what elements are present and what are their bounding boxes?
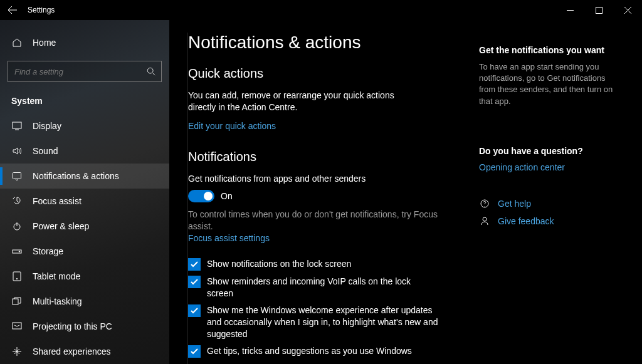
sidebar-item-label: Projecting to this PC	[33, 321, 112, 331]
feedback-icon	[479, 216, 490, 226]
tip-heading: Get the notifications you want	[479, 45, 623, 55]
sidebar-item-label: Multi-tasking	[33, 296, 82, 306]
display-icon	[11, 121, 23, 131]
svg-point-8	[16, 278, 17, 279]
svg-rect-3	[13, 173, 21, 179]
notifications-toggle[interactable]	[188, 190, 214, 202]
sidebar-item-tablet-mode[interactable]: Tablet mode	[0, 264, 169, 289]
checkbox-welcome-experience[interactable]	[188, 304, 201, 317]
notifications-toggle-state: On	[221, 191, 233, 201]
sidebar: Home System Display Sound	[0, 20, 169, 364]
sidebar-item-label: Display	[33, 121, 61, 131]
give-feedback-label: Give feedback	[498, 216, 554, 226]
sidebar-category: System	[0, 91, 169, 113]
get-help-label: Get help	[498, 199, 531, 209]
content: Notifications & actions Quick actions Yo…	[169, 20, 642, 364]
focus-assist-icon	[11, 196, 23, 206]
page-title: Notifications & actions	[188, 33, 460, 53]
question-heading: Do you have a question?	[479, 146, 623, 156]
focus-assist-hint: To control times when you do or don't ge…	[188, 209, 439, 232]
notifications-toggle-desc: Get notifications from apps and other se…	[188, 173, 414, 185]
checkbox-label: Show reminders and incoming VoIP calls o…	[207, 276, 439, 299]
home-icon	[11, 38, 23, 48]
sidebar-item-storage[interactable]: Storage	[0, 239, 169, 264]
svg-point-12	[483, 217, 487, 221]
search-input[interactable]	[13, 66, 146, 77]
sidebar-item-notifications[interactable]: Notifications & actions	[0, 164, 169, 189]
give-feedback-row[interactable]: Give feedback	[479, 216, 623, 226]
tablet-icon	[11, 271, 23, 281]
sidebar-item-label: Shared experiences	[33, 346, 111, 356]
sidebar-item-label: Power & sleep	[33, 221, 89, 231]
checkbox-voip-lock-screen[interactable]	[188, 276, 201, 288]
sidebar-item-label: Storage	[33, 246, 63, 256]
sidebar-item-multitasking[interactable]: Multi-tasking	[0, 289, 169, 314]
power-icon	[11, 221, 23, 231]
get-help-row[interactable]: Get help	[479, 199, 623, 209]
opening-action-center-link[interactable]: Opening action center	[479, 162, 623, 172]
checkbox-label: Get tips, tricks and suggestions as you …	[207, 345, 412, 357]
search-box[interactable]	[8, 61, 162, 82]
notifications-icon	[11, 171, 23, 181]
sound-icon	[11, 146, 23, 156]
shared-exp-icon	[11, 346, 23, 356]
tip-body: To have an app start sending you notific…	[479, 61, 623, 107]
quick-actions-desc: You can add, remove or rearrange your qu…	[188, 90, 414, 113]
help-icon	[479, 199, 490, 209]
storage-icon	[11, 246, 23, 256]
sidebar-item-display[interactable]: Display	[0, 113, 169, 138]
back-button[interactable]	[6, 5, 19, 15]
svg-point-1	[147, 68, 153, 73]
checkbox-label: Show me the Windows welcome experience a…	[207, 304, 439, 340]
checkbox-tips[interactable]	[188, 345, 201, 358]
checkbox-lock-screen[interactable]	[188, 258, 201, 271]
notifications-heading: Notifications	[188, 150, 460, 164]
checkbox-label: Show notifications on the lock screen	[207, 258, 351, 270]
search-icon	[146, 67, 156, 76]
sidebar-item-label: Tablet mode	[33, 271, 80, 281]
svg-point-6	[19, 251, 19, 252]
sidebar-nav: Display Sound Notifications & actions Fo…	[0, 113, 169, 364]
minimize-button[interactable]	[555, 0, 584, 20]
quick-actions-heading: Quick actions	[188, 66, 460, 81]
settings-window: Settings Home	[0, 0, 642, 364]
sidebar-item-sound[interactable]: Sound	[0, 138, 169, 164]
edit-quick-actions-link[interactable]: Edit your quick actions	[188, 121, 276, 131]
sidebar-item-focus-assist[interactable]: Focus assist	[0, 189, 169, 214]
sidebar-item-projecting[interactable]: Projecting to this PC	[0, 314, 169, 339]
sidebar-home[interactable]: Home	[0, 31, 169, 53]
sidebar-item-shared-exp[interactable]: Shared experiences	[0, 339, 169, 364]
sidebar-home-label: Home	[33, 38, 56, 48]
svg-rect-0	[596, 7, 602, 13]
projecting-icon	[11, 321, 23, 331]
svg-rect-10	[13, 323, 21, 329]
titlebar: Settings	[0, 0, 642, 20]
multitasking-icon	[11, 296, 23, 306]
sidebar-item-label: Sound	[33, 146, 58, 156]
close-button[interactable]	[613, 0, 642, 20]
svg-rect-2	[13, 122, 21, 128]
sidebar-item-label: Notifications & actions	[33, 171, 119, 181]
focus-assist-settings-link[interactable]: Focus assist settings	[188, 233, 270, 243]
maximize-button[interactable]	[584, 0, 613, 20]
tips-panel: Get the notifications you want To have a…	[479, 33, 623, 364]
sidebar-item-power-sleep[interactable]: Power & sleep	[0, 214, 169, 239]
window-title: Settings	[28, 6, 55, 14]
sidebar-item-label: Focus assist	[33, 196, 82, 206]
svg-rect-9	[13, 299, 18, 304]
